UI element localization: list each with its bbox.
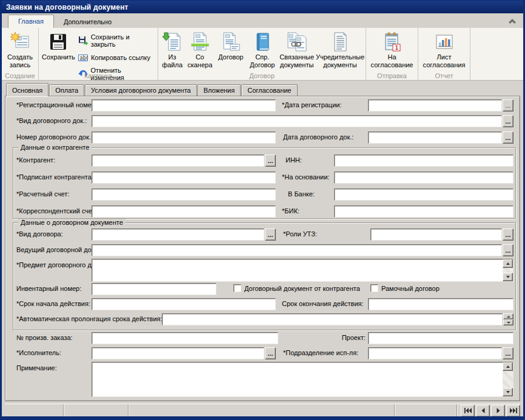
start-date-label: *Срок начала действия: <box>16 300 90 307</box>
reg-date-field: ... <box>368 99 513 112</box>
reg-date-browse-button[interactable]: ... <box>503 99 513 112</box>
subject-textarea[interactable] <box>92 259 503 281</box>
auto-prolongation-label: *Автоматическая пролонгация срока действ… <box>16 315 162 322</box>
order-number-input[interactable] <box>92 332 278 344</box>
start-date-field <box>92 298 276 310</box>
frame-contract-checkbox-label: Рамочный договор <box>381 285 440 292</box>
executor-input[interactable] <box>92 347 264 359</box>
basis-input[interactable] <box>334 172 513 184</box>
project-input[interactable] <box>368 332 513 344</box>
tab-conditions[interactable]: Условия договорного документа <box>85 84 197 96</box>
group-label-report: Отчет <box>418 72 470 79</box>
copy-link-button[interactable]: abc Копировать ссылку <box>77 52 156 63</box>
corr-account-label: *Корреспондентский счет: <box>16 207 97 215</box>
last-record-button[interactable] <box>506 405 520 417</box>
doc-number-input[interactable] <box>92 132 276 144</box>
contract-kind-browse-button[interactable]: ... <box>265 228 276 241</box>
next-record-button[interactable] <box>491 405 505 417</box>
doc-date-browse-button[interactable]: ... <box>503 132 513 144</box>
auto-prolongation-spinner[interactable] <box>503 313 513 325</box>
save-button[interactable]: Сохранить <box>40 29 77 62</box>
doc-number-label: Номер договорного док.: <box>16 133 93 141</box>
ribbon-group-send: 1 На согласование Отправка <box>366 28 418 80</box>
doc-date-input[interactable] <box>368 132 502 144</box>
founding-docs-button[interactable]: Учредительные документы <box>316 29 364 70</box>
tab-payment[interactable]: Оплата <box>49 84 84 96</box>
from-counterparty-checkbox[interactable] <box>233 284 241 292</box>
start-date-input[interactable] <box>92 298 276 310</box>
status-panel-4 <box>395 404 456 417</box>
to-approval-label: На согласование <box>368 53 416 69</box>
contract-button[interactable]: Договор <box>215 29 247 62</box>
group-label-send: Отправка <box>366 72 418 79</box>
doc-kind-browse-button[interactable]: ... <box>503 115 513 127</box>
subject-textarea-box <box>92 259 513 282</box>
corr-account-input[interactable] <box>92 205 276 218</box>
utz-roles-field: ... <box>370 228 513 241</box>
project-field <box>368 332 513 344</box>
reg-number-label: *Регистрационный номер: <box>16 101 97 108</box>
auto-prolongation-input[interactable] <box>162 313 503 325</box>
ref-contract-button[interactable]: Спр. Договор <box>247 29 278 70</box>
executor-department-browse-button[interactable]: ... <box>503 347 513 359</box>
basis-label: *На основании: <box>282 173 329 181</box>
ribbon: Создать запись Создание Сохранить <box>2 28 523 81</box>
ribbon-collapse-button[interactable] <box>507 17 517 25</box>
leading-doc-label: Ведущий договорной док.: <box>16 246 98 253</box>
note-textarea[interactable] <box>92 362 503 396</box>
contract-icon <box>221 32 241 52</box>
doc-kind-input[interactable] <box>92 115 502 127</box>
founding-docs-label: Учредительные документы <box>316 53 364 69</box>
utz-roles-input[interactable] <box>370 228 502 241</box>
tab-approval[interactable]: Согласование <box>241 84 297 96</box>
tab-main[interactable]: Основная <box>6 83 48 96</box>
ribbon-tab-additional[interactable]: Дополнительно <box>54 16 121 28</box>
signer-input[interactable] <box>92 172 276 184</box>
svg-text:1: 1 <box>395 45 398 51</box>
bik-input[interactable] <box>334 205 513 218</box>
from-file-button[interactable]: Из файла <box>159 29 185 70</box>
previous-record-icon <box>481 408 486 413</box>
contract-kind-input[interactable] <box>92 228 264 241</box>
end-date-input[interactable] <box>368 298 513 310</box>
ribbon-tab-main[interactable]: Главная <box>8 15 54 28</box>
doc-number-field <box>92 132 276 144</box>
subject-scrollbar[interactable] <box>503 259 513 281</box>
inn-input[interactable] <box>334 155 513 167</box>
counterparty-input[interactable] <box>92 155 264 167</box>
reg-date-input[interactable] <box>368 99 502 112</box>
counterparty-browse-button[interactable]: ... <box>265 155 276 167</box>
save-and-close-button[interactable]: Сохранить и закрыть <box>77 33 156 48</box>
reg-number-input[interactable] <box>92 99 276 112</box>
group-label-contract: Договор <box>158 72 366 79</box>
create-record-button[interactable]: Создать запись <box>3 29 37 70</box>
previous-record-button[interactable] <box>476 405 490 417</box>
utz-roles-browse-button[interactable]: ... <box>503 228 513 241</box>
leading-doc-browse-button[interactable]: ... <box>503 244 513 256</box>
executor-department-input[interactable] <box>368 347 502 359</box>
linked-docs-button[interactable]: Связанные документы <box>278 29 316 70</box>
signer-field <box>92 172 276 184</box>
note-scrollbar[interactable] <box>503 362 513 396</box>
save-and-close-icon <box>78 36 89 46</box>
executor-browse-button[interactable]: ... <box>265 347 276 359</box>
bik-field <box>334 205 513 218</box>
save-icon <box>48 32 69 52</box>
inventory-number-input[interactable] <box>92 283 216 295</box>
to-approval-button[interactable]: 1 На согласование <box>367 29 416 70</box>
settlement-account-input[interactable] <box>92 188 276 201</box>
tab-attachments[interactable]: Вложения <box>198 84 241 96</box>
frame-contract-checkbox[interactable] <box>370 284 378 292</box>
status-panel-3 <box>129 404 395 417</box>
leading-doc-input[interactable] <box>92 244 502 256</box>
save-and-close-label: Сохранить и закрыть <box>91 33 155 48</box>
approval-sheet-label: Лист согласования <box>420 53 468 69</box>
from-counterparty-checkbox-label: Договорный документ от контрагента <box>244 285 360 292</box>
settlement-account-field <box>92 188 276 201</box>
to-approval-icon: 1 <box>382 32 403 52</box>
approval-sheet-button[interactable]: Лист согласования <box>420 29 469 70</box>
first-record-button[interactable] <box>461 405 475 417</box>
bank-input[interactable] <box>334 188 513 201</box>
settlement-account-label: *Расчетный счет: <box>16 190 69 198</box>
from-scanner-button[interactable]: Со сканера <box>185 29 215 70</box>
